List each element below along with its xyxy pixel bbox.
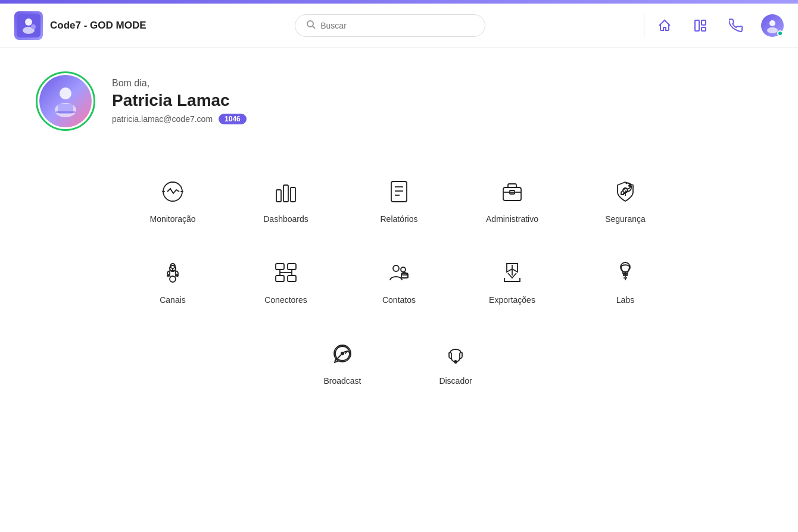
- monitoracao-icon: [157, 176, 188, 207]
- svg-point-28: [628, 184, 631, 187]
- user-email: patricia.lamac@code7.com: [112, 114, 213, 124]
- broadcast-icon: [327, 338, 358, 369]
- menu-item-exportacoes[interactable]: Exportações: [456, 240, 569, 321]
- contatos-icon: [384, 257, 414, 288]
- search-input[interactable]: [320, 21, 474, 30]
- administrativo-label: Administrativo: [486, 214, 538, 224]
- monitoracao-label: Monitoração: [149, 214, 195, 224]
- menu-item-seguranca[interactable]: Segurança: [569, 159, 682, 240]
- greeting-section: Bom dia, Patricia Lamac patricia.lamac@c…: [36, 71, 762, 131]
- dashboards-label: Dashboards: [263, 214, 308, 224]
- exportacoes-icon: [497, 257, 528, 288]
- svg-point-9: [769, 20, 775, 26]
- svg-rect-36: [276, 276, 284, 281]
- svg-rect-16: [276, 190, 281, 202]
- menu-item-monitoracao[interactable]: Monitoração: [116, 159, 229, 240]
- svg-point-1: [25, 18, 32, 26]
- svg-point-3: [31, 24, 36, 29]
- user-name: Patricia Lamac: [112, 91, 247, 110]
- svg-point-44: [401, 267, 406, 272]
- search-section: [146, 14, 634, 37]
- svg-rect-18: [291, 187, 295, 202]
- header-actions: [654, 14, 784, 37]
- canais-label: Canais: [160, 295, 186, 305]
- svg-rect-37: [288, 276, 296, 281]
- svg-point-4: [307, 21, 313, 27]
- greeting-text: Bom dia, Patricia Lamac patricia.lamac@c…: [112, 78, 247, 124]
- menu-item-contatos[interactable]: Contatos: [342, 240, 456, 321]
- home-button[interactable]: [654, 15, 675, 36]
- logo-section: Code7 - GOD MODE: [14, 11, 146, 40]
- conectores-label: Conectores: [264, 295, 307, 305]
- avatar-image: [39, 75, 92, 127]
- discador-icon: [440, 338, 471, 369]
- svg-line-5: [313, 26, 315, 29]
- greeting-salutation: Bom dia,: [112, 78, 247, 89]
- canais-icon: [157, 257, 188, 288]
- svg-rect-34: [276, 264, 284, 270]
- menu-item-labs[interactable]: Labs: [569, 240, 682, 321]
- discador-label: Discador: [439, 376, 472, 386]
- svg-point-10: [767, 27, 778, 33]
- phone-button[interactable]: [725, 15, 747, 36]
- header-divider: [644, 14, 644, 37]
- svg-rect-14: [55, 111, 76, 113]
- online-status-indicator: [777, 30, 783, 36]
- main-content: Bom dia, Patricia Lamac patricia.lamac@c…: [0, 48, 798, 426]
- dashboards-icon: [270, 176, 301, 207]
- user-avatar[interactable]: [761, 14, 784, 37]
- contatos-label: Contatos: [382, 295, 416, 305]
- menu-item-discador[interactable]: Discador: [399, 321, 512, 402]
- seguranca-icon: [610, 176, 641, 207]
- labs-icon: [610, 257, 641, 288]
- search-icon: [306, 20, 316, 32]
- svg-rect-19: [391, 181, 407, 202]
- svg-rect-6: [695, 20, 699, 31]
- labs-label: Labs: [616, 295, 634, 305]
- seguranca-label: Segurança: [605, 214, 646, 224]
- user-id-badge: 1046: [219, 114, 247, 124]
- app-title: Code7 - GOD MODE: [50, 20, 146, 32]
- svg-rect-8: [702, 27, 706, 31]
- menu-item-broadcast[interactable]: Broadcast: [286, 321, 399, 402]
- svg-point-43: [393, 265, 399, 271]
- svg-point-11: [60, 87, 71, 99]
- user-avatar-large: [36, 71, 95, 131]
- menu-item-administrativo[interactable]: Administrativo: [456, 159, 569, 240]
- menu-item-dashboards[interactable]: Dashboards: [229, 159, 342, 240]
- app-logo: [14, 11, 43, 40]
- menu-grid-row2: Canais Conectores: [116, 240, 682, 321]
- layout-button[interactable]: [690, 15, 711, 36]
- administrativo-icon: [497, 176, 528, 207]
- menu-item-relatorios[interactable]: Relatórios: [342, 159, 456, 240]
- svg-rect-7: [702, 20, 706, 25]
- user-info-row: patricia.lamac@code7.com 1046: [112, 114, 247, 124]
- menu-grid-row3: Broadcast Discador: [116, 321, 682, 402]
- broadcast-label: Broadcast: [323, 376, 361, 386]
- relatorios-label: Relatórios: [380, 214, 417, 224]
- menu-item-conectores[interactable]: Conectores: [229, 240, 342, 321]
- menu-grid-row1: Monitoração Dashboards Re: [116, 159, 682, 240]
- relatorios-icon: [384, 176, 414, 207]
- search-box[interactable]: [295, 14, 485, 37]
- svg-rect-17: [283, 185, 288, 202]
- svg-rect-35: [288, 264, 296, 270]
- svg-point-30: [170, 276, 176, 282]
- app-header: Code7 - GOD MODE: [0, 4, 798, 48]
- conectores-icon: [270, 257, 301, 288]
- menu-item-canais[interactable]: Canais: [116, 240, 229, 321]
- exportacoes-label: Exportações: [489, 295, 535, 305]
